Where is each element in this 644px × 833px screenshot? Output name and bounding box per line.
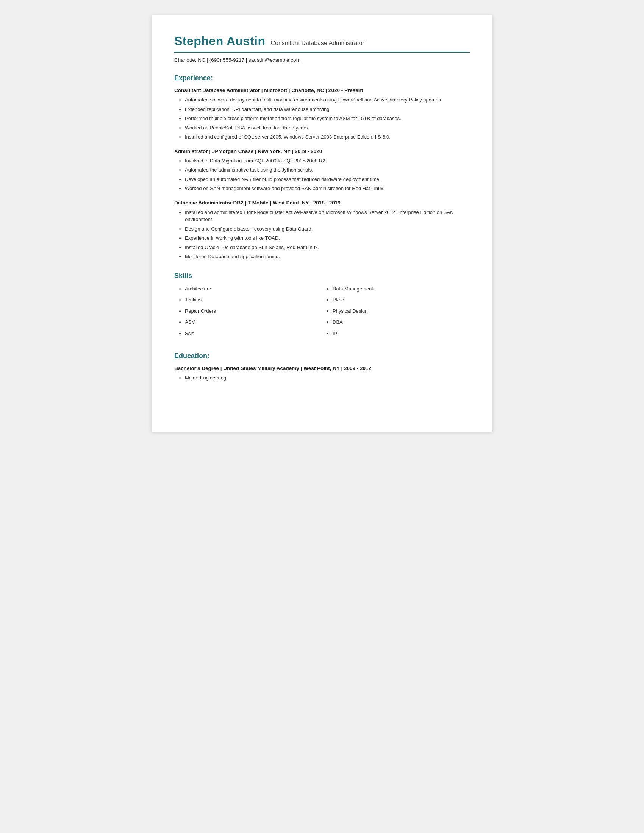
list-item: Installed and configured of SQL server 2… — [185, 133, 470, 141]
list-item: IP — [333, 330, 470, 338]
list-item: Installed Oracle 10g database on Sun Sol… — [185, 244, 470, 251]
list-item: Worked as PeopleSoft DBA as well from la… — [185, 124, 470, 132]
job-title-line-2: Administrator | JPMorgan Chase | New Yor… — [174, 148, 470, 154]
skills-section: Skills Architecture Jenkins Repair Order… — [174, 272, 470, 341]
resume-page: Stephen Austin Consultant Database Admin… — [151, 15, 493, 432]
skills-col-left: Architecture Jenkins Repair Orders ASM S… — [174, 285, 322, 341]
list-item: Design and Configure disaster recovery u… — [185, 225, 470, 233]
list-item: DBA — [333, 318, 470, 326]
full-name: Stephen Austin — [174, 34, 265, 48]
list-item: Involved in Data Migration from SQL 2000… — [185, 157, 470, 165]
header-divider — [174, 52, 470, 53]
job-block-1: Consultant Database Administrator | Micr… — [174, 87, 470, 141]
list-item: Extended replication, KPI datamart, and … — [185, 106, 470, 113]
education-heading: Education: — [174, 352, 470, 360]
list-item: Installed and administered Eight-Node cl… — [185, 209, 470, 224]
job-title-line-3: Database Administrator DB2 | T-Mobile | … — [174, 200, 470, 206]
list-item: Ssis — [185, 330, 322, 338]
name-title-row: Stephen Austin Consultant Database Admin… — [174, 34, 470, 48]
job-bullets-2: Involved in Data Migration from SQL 2000… — [174, 157, 470, 192]
edu-bullets-1: Major: Engineering — [174, 374, 470, 382]
skills-heading: Skills — [174, 272, 470, 280]
list-item: Developed an automated NAS filer build p… — [185, 176, 470, 183]
edu-title-line-1: Bachelor's Degree | United States Milita… — [174, 365, 470, 371]
education-section: Education: Bachelor's Degree | United St… — [174, 352, 470, 382]
list-item: ASM — [185, 318, 322, 326]
job-title-header: Consultant Database Administrator — [270, 40, 364, 47]
skills-list-left: Architecture Jenkins Repair Orders ASM S… — [174, 285, 322, 338]
job-block-2: Administrator | JPMorgan Chase | New Yor… — [174, 148, 470, 192]
edu-block-1: Bachelor's Degree | United States Milita… — [174, 365, 470, 382]
experience-section: Experience: Consultant Database Administ… — [174, 74, 470, 261]
list-item: Monitored Database and application tunin… — [185, 253, 470, 261]
skills-col-right: Data Management Pl/Sql Physical Design D… — [322, 285, 470, 341]
experience-heading: Experience: — [174, 74, 470, 82]
list-item: Physical Design — [333, 307, 470, 315]
skills-list-right: Data Management Pl/Sql Physical Design D… — [322, 285, 470, 338]
list-item: Architecture — [185, 285, 322, 293]
list-item: Automated software deployment to multi m… — [185, 96, 470, 104]
job-block-3: Database Administrator DB2 | T-Mobile | … — [174, 200, 470, 261]
job-bullets-1: Automated software deployment to multi m… — [174, 96, 470, 141]
header-section: Stephen Austin Consultant Database Admin… — [174, 34, 470, 63]
list-item: Worked on SAN management software and pr… — [185, 185, 470, 192]
list-item: Major: Engineering — [185, 374, 470, 382]
list-item: Performed multiple cross platform migrat… — [185, 115, 470, 122]
list-item: Automated the administrative task using … — [185, 166, 470, 174]
list-item: Data Management — [333, 285, 470, 293]
list-item: Pl/Sql — [333, 296, 470, 304]
list-item: Experience in working with tools like TO… — [185, 234, 470, 242]
contact-info: Charlotte, NC | (690) 555-9217 | saustin… — [174, 57, 470, 63]
list-item: Repair Orders — [185, 307, 322, 315]
job-title-line-1: Consultant Database Administrator | Micr… — [174, 87, 470, 93]
list-item: Jenkins — [185, 296, 322, 304]
job-bullets-3: Installed and administered Eight-Node cl… — [174, 209, 470, 261]
skills-columns: Architecture Jenkins Repair Orders ASM S… — [174, 285, 470, 341]
